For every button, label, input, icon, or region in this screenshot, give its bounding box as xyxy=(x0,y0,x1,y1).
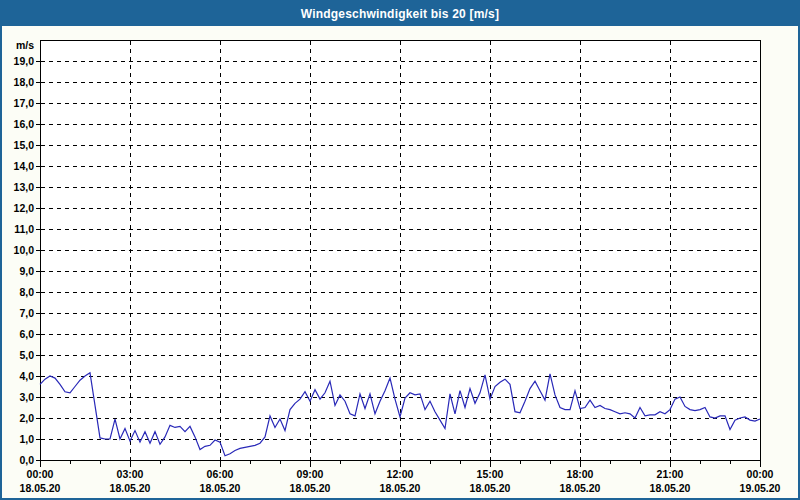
y-tick-label: 18,0 xyxy=(14,76,35,88)
wind-speed-chart: 0,01,02,03,04,05,06,07,08,09,010,011,012… xyxy=(2,26,798,498)
y-tick-label: 11,0 xyxy=(14,223,34,235)
y-tick-label: 19,0 xyxy=(14,55,35,67)
x-tick-time-label: 06:00 xyxy=(207,468,234,480)
y-tick-label: 4,0 xyxy=(19,370,34,382)
y-tick-label: 5,0 xyxy=(19,349,34,361)
x-tick-time-label: 03:00 xyxy=(117,468,144,480)
y-tick-label: 3,0 xyxy=(19,391,34,403)
chart-window: Windgeschwindigkeit bis 20 [m/s] 0,01,02… xyxy=(0,0,800,500)
x-tick-time-label: 12:00 xyxy=(387,468,414,480)
x-tick-time-label: 00:00 xyxy=(27,468,54,480)
y-tick-label: 10,0 xyxy=(14,244,35,256)
y-tick-label: 17,0 xyxy=(14,97,35,109)
x-tick-date-label: 18.05.20 xyxy=(560,482,601,494)
x-tick-time-label: 21:00 xyxy=(657,468,684,480)
y-tick-label: 2,0 xyxy=(19,412,34,424)
x-tick-time-label: 15:00 xyxy=(477,468,504,480)
x-tick-date-label: 18.05.20 xyxy=(650,482,691,494)
x-tick-time-label: 09:00 xyxy=(297,468,324,480)
y-tick-label: 13,0 xyxy=(14,181,35,193)
x-tick-date-label: 18.05.20 xyxy=(470,482,511,494)
y-tick-label: 15,0 xyxy=(14,139,35,151)
y-tick-label: 1,0 xyxy=(19,433,34,445)
x-tick-date-label: 19.05.20 xyxy=(740,482,781,494)
window-title: Windgeschwindigkeit bis 20 [m/s] xyxy=(301,7,499,21)
y-tick-label: 6,0 xyxy=(19,328,34,340)
y-axis-unit-label: m/s xyxy=(16,39,34,51)
x-tick-date-label: 18.05.20 xyxy=(290,482,331,494)
title-bar[interactable]: Windgeschwindigkeit bis 20 [m/s] xyxy=(2,2,798,26)
y-tick-label: 16,0 xyxy=(14,118,35,130)
x-tick-time-label: 18:00 xyxy=(567,468,594,480)
x-tick-date-label: 18.05.20 xyxy=(20,482,61,494)
y-tick-label: 0,0 xyxy=(19,454,34,466)
x-tick-time-label: 00:00 xyxy=(747,468,774,480)
y-tick-label: 14,0 xyxy=(14,160,35,172)
y-tick-label: 8,0 xyxy=(19,286,34,298)
y-tick-label: 9,0 xyxy=(19,265,34,277)
x-tick-date-label: 18.05.20 xyxy=(110,482,151,494)
x-tick-date-label: 18.05.20 xyxy=(200,482,241,494)
y-tick-label: 12,0 xyxy=(14,202,35,214)
x-tick-date-label: 18.05.20 xyxy=(380,482,421,494)
y-tick-label: 7,0 xyxy=(19,307,34,319)
